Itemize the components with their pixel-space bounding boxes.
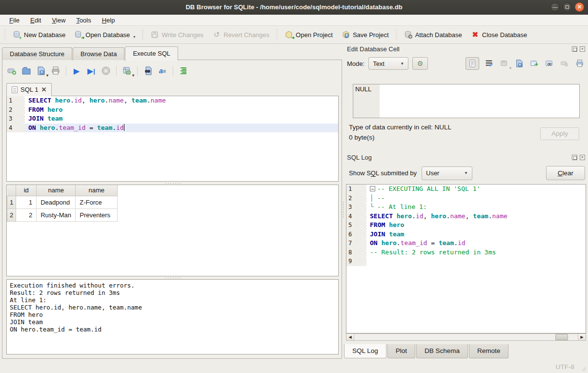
- encoding-indicator[interactable]: UTF-8: [556, 363, 574, 371]
- tab-db-schema[interactable]: DB Schema: [416, 344, 468, 358]
- auto-indent-icon[interactable]: [178, 65, 189, 76]
- scroll-left-arrow[interactable]: ◀: [346, 334, 354, 340]
- execution-message-box[interactable]: Execution finished without errors. Resul…: [6, 279, 339, 354]
- tab-plot[interactable]: Plot: [387, 344, 415, 358]
- copy-link-icon[interactable]: [544, 58, 555, 69]
- save-results-icon[interactable]: ▾: [122, 65, 132, 76]
- new-database-button[interactable]: ＋ New Database: [8, 28, 70, 41]
- maximize-button[interactable]: [563, 2, 572, 12]
- print-sql-icon[interactable]: [50, 65, 61, 76]
- toolbar-drag-handle[interactable]: [275, 29, 279, 41]
- close-database-button[interactable]: ✖ Close Database: [466, 28, 532, 41]
- fold-margin: [20, 114, 25, 124]
- write-changes-button[interactable]: Write Changes: [146, 28, 208, 41]
- toolbar-drag-handle[interactable]: [3, 29, 7, 41]
- set-null-icon[interactable]: [559, 58, 570, 69]
- close-button[interactable]: ✕: [575, 2, 584, 12]
- tab-browse-data[interactable]: Browse Data: [73, 47, 124, 60]
- export-data-icon[interactable]: [514, 58, 525, 69]
- sql-log-float-icon[interactable]: [572, 155, 577, 160]
- menu-help[interactable]: Help: [98, 16, 120, 25]
- find-replace-icon[interactable]: [142, 65, 153, 76]
- mode-select[interactable]: Text ▼: [368, 57, 408, 70]
- tab-sql-log[interactable]: SQL Log: [344, 344, 386, 358]
- table-cell[interactable]: Preventers: [76, 208, 118, 221]
- format-sql-icon[interactable]: aa: [157, 65, 168, 76]
- row-header[interactable]: 2: [7, 208, 16, 221]
- print-cell-icon[interactable]: [574, 58, 585, 69]
- code-line[interactable]: 1–-- EXECUTING ALL IN 'SQL 1': [346, 185, 586, 194]
- resize-grip-icon[interactable]: [580, 365, 587, 372]
- save-project-button[interactable]: Save Project: [337, 28, 393, 41]
- open-database-dropdown-arrow[interactable]: ▾: [133, 35, 135, 39]
- stop-execution-icon[interactable]: [101, 65, 111, 76]
- row-header[interactable]: 1: [7, 196, 16, 208]
- open-project-button[interactable]: ➜ Open Project: [280, 28, 337, 41]
- code-line[interactable]: 4ON hero.team_id = team.id: [7, 124, 338, 133]
- sql-log-title: SQL Log: [347, 154, 372, 161]
- new-sql-tab-icon[interactable]: [6, 65, 17, 76]
- code-line[interactable]: 4SELECT hero.id, hero.name, team.name: [346, 212, 586, 221]
- code-line[interactable]: 1SELECT hero.id, hero.name, team.name: [7, 96, 338, 105]
- sql-log-hscrollbar[interactable]: ◀ ▶: [346, 333, 586, 341]
- sql-log-filter-select[interactable]: User ▼: [422, 166, 472, 180]
- code-line[interactable]: 2FROM hero: [7, 105, 338, 115]
- execute-all-icon[interactable]: ▶: [71, 65, 82, 76]
- sql1-tab[interactable]: SQL 1 ✕: [6, 83, 52, 96]
- titlebar[interactable]: DB Browser for SQLite - /home/user/code/…: [0, 0, 588, 15]
- tab-execute-sql[interactable]: Execute SQL: [125, 46, 178, 61]
- results-header-row: id name name: [7, 185, 118, 196]
- code-line[interactable]: 9: [346, 257, 586, 266]
- sql1-tab-close-icon[interactable]: ✕: [41, 86, 46, 93]
- import-data-icon[interactable]: ▾: [499, 58, 509, 69]
- sql-log-close-icon[interactable]: ×: [580, 155, 585, 160]
- edit-cell-float-icon[interactable]: [572, 46, 577, 52]
- code-line[interactable]: 3JOIN team: [7, 114, 338, 124]
- menu-edit[interactable]: Edit: [26, 16, 45, 25]
- code-line[interactable]: 7ON hero.team_id = team.id: [346, 239, 586, 248]
- results-header-name2[interactable]: name: [76, 185, 118, 196]
- scrollbar-thumb[interactable]: [555, 334, 568, 340]
- code-line[interactable]: 2│--: [346, 194, 586, 203]
- menu-file[interactable]: File: [5, 16, 24, 25]
- results-header-name1[interactable]: name: [37, 185, 76, 196]
- menu-view[interactable]: View: [47, 16, 70, 25]
- line-number: 3: [7, 114, 20, 124]
- attach-database-button[interactable]: Attach Database: [400, 28, 466, 41]
- table-cell[interactable]: Rusty-Man: [37, 208, 76, 221]
- save-sql-file-icon[interactable]: ▾: [36, 65, 46, 76]
- code-line[interactable]: 6JOIN team: [346, 230, 586, 239]
- edit-cell-close-icon[interactable]: ×: [580, 46, 585, 52]
- tab-database-structure[interactable]: Database Structure: [2, 47, 72, 60]
- table-row[interactable]: 11DeadpondZ-Force: [7, 196, 118, 208]
- table-cell[interactable]: Z-Force: [76, 196, 118, 208]
- tab-remote[interactable]: Remote: [469, 344, 508, 358]
- code-line[interactable]: 8-- Result: 2 rows returned in 3ms: [346, 248, 586, 257]
- cell-editor-area[interactable]: [380, 84, 579, 118]
- open-external-icon[interactable]: [529, 58, 540, 69]
- toolbar-drag-handle[interactable]: [395, 29, 398, 41]
- clear-log-button[interactable]: Clear: [546, 166, 585, 180]
- open-sql-file-icon[interactable]: [21, 65, 32, 76]
- apply-button[interactable]: Apply: [540, 127, 579, 140]
- scrollbar-track[interactable]: [354, 334, 578, 340]
- word-wrap-icon[interactable]: [484, 58, 494, 69]
- code-line[interactable]: 3└-- At line 1:: [346, 203, 586, 212]
- results-header-id[interactable]: id: [16, 185, 37, 196]
- table-cell[interactable]: 1: [16, 196, 37, 208]
- menu-tools[interactable]: Tools: [72, 16, 95, 25]
- scroll-right-arrow[interactable]: ▶: [578, 334, 586, 340]
- open-database-button[interactable]: ➜ Open Database ▾: [70, 28, 140, 41]
- execute-current-line-icon[interactable]: ▶|: [86, 65, 97, 76]
- text-mode-icon[interactable]: [466, 57, 479, 70]
- cell-value-editor[interactable]: NULL: [353, 84, 580, 118]
- minimize-button[interactable]: —: [550, 2, 560, 12]
- table-cell[interactable]: Deadpond: [37, 196, 76, 208]
- code-line[interactable]: 5FROM hero: [346, 221, 586, 230]
- table-cell[interactable]: 2: [16, 208, 37, 221]
- sql-editor[interactable]: 1SELECT hero.id, hero.name, team.name2FR…: [6, 96, 339, 182]
- revert-changes-button[interactable]: ↺ Revert Changes: [208, 28, 274, 41]
- sql-log-view[interactable]: 1–-- EXECUTING ALL IN 'SQL 1'2│--3└-- At…: [346, 184, 586, 333]
- auto-apply-button[interactable]: ⚙: [412, 57, 428, 70]
- table-row[interactable]: 22Rusty-ManPreventers: [7, 208, 118, 221]
